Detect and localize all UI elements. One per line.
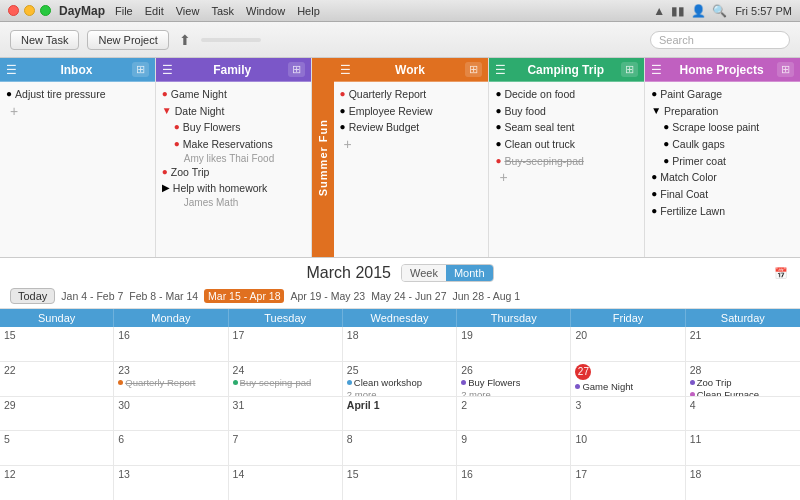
- cal-cell-7[interactable]: 7: [229, 431, 343, 465]
- cal-cell-24[interactable]: 24 Buy-seeping-pad: [229, 362, 343, 396]
- date-range-4[interactable]: Apr 19 - May 23: [290, 290, 365, 302]
- task-sleeping-pad[interactable]: ● Buy-seeping-pad: [495, 153, 638, 170]
- cal-cell-27-today[interactable]: 27 Game Night: [571, 362, 685, 396]
- date-range-3[interactable]: Mar 15 - Apr 18: [204, 289, 284, 303]
- more-events[interactable]: 2 more...: [461, 389, 566, 396]
- cal-cell-april1[interactable]: April 1: [343, 397, 457, 431]
- month-view-button[interactable]: Month: [446, 265, 493, 281]
- task-final-coat[interactable]: ● Final Coat: [651, 186, 794, 203]
- date-range-5[interactable]: May 24 - Jun 27: [371, 290, 446, 302]
- task-employee-review[interactable]: ● Employee Review: [340, 103, 483, 120]
- task-review-budget[interactable]: ● Review Budget: [340, 119, 483, 136]
- task-zoo-trip[interactable]: ● Zoo Trip: [162, 164, 305, 181]
- cal-cell-16b[interactable]: 16: [457, 466, 571, 500]
- cal-cell-9[interactable]: 9: [457, 431, 571, 465]
- today-button[interactable]: Today: [10, 288, 55, 304]
- maximize-button[interactable]: [40, 5, 51, 16]
- cal-cell-2[interactable]: 2: [457, 397, 571, 431]
- minimize-button[interactable]: [24, 5, 35, 16]
- event-clean-workshop[interactable]: Clean workshop: [347, 377, 452, 388]
- hamburger-icon[interactable]: ☰: [340, 63, 351, 77]
- task-help-homework[interactable]: ▶ Help with homework: [162, 180, 305, 197]
- cal-cell-26[interactable]: 26 Buy Flowers 2 more...: [457, 362, 571, 396]
- cal-cell-15a[interactable]: 15: [0, 327, 114, 361]
- menu-file[interactable]: File: [115, 5, 133, 17]
- cal-cell-6[interactable]: 6: [114, 431, 228, 465]
- task-primer[interactable]: ● Primer coat: [651, 153, 794, 170]
- hamburger-icon[interactable]: ☰: [6, 63, 17, 77]
- cal-cell-21[interactable]: 21: [686, 327, 800, 361]
- menu-help[interactable]: Help: [297, 5, 320, 17]
- cal-cell-29[interactable]: 29: [0, 397, 114, 431]
- task-paint-garage[interactable]: ● Paint Garage: [651, 86, 794, 103]
- date-range-1[interactable]: Jan 4 - Feb 7: [61, 290, 123, 302]
- menu-view[interactable]: View: [176, 5, 200, 17]
- cal-cell-11[interactable]: 11: [686, 431, 800, 465]
- calendar-icon[interactable]: 📅: [774, 267, 788, 280]
- menu-task[interactable]: Task: [211, 5, 234, 17]
- event-seeping[interactable]: Buy-seeping-pad: [233, 377, 338, 388]
- task-quarterly[interactable]: ● Quarterly Report: [340, 86, 483, 103]
- cal-cell-3[interactable]: 3: [571, 397, 685, 431]
- cal-cell-17[interactable]: 17: [229, 327, 343, 361]
- more-events[interactable]: 2 more...: [347, 389, 452, 396]
- task-adjust-tire[interactable]: ● Adjust tire pressure: [6, 86, 149, 103]
- panel-inbox-expand[interactable]: ⊞: [132, 62, 149, 77]
- task-match-color[interactable]: ● Match Color: [651, 169, 794, 186]
- cal-cell-4[interactable]: 4: [686, 397, 800, 431]
- event-clean-furnace[interactable]: Clean Furnace: [690, 389, 796, 396]
- task-game-night[interactable]: ● Game Night: [162, 86, 305, 103]
- task-decide-food[interactable]: ● Decide on food: [495, 86, 638, 103]
- cal-cell-28[interactable]: 28 Zoo Trip Clean Furnace: [686, 362, 800, 396]
- task-make-reservations[interactable]: ● Make Reservations: [162, 136, 305, 153]
- menu-window[interactable]: Window: [246, 5, 285, 17]
- event-buy-flowers[interactable]: Buy Flowers: [461, 377, 566, 388]
- cal-cell-8[interactable]: 8: [343, 431, 457, 465]
- close-button[interactable]: [8, 5, 19, 16]
- cal-cell-20[interactable]: 20: [571, 327, 685, 361]
- cal-cell-15b[interactable]: 15: [343, 466, 457, 500]
- cal-cell-5[interactable]: 5: [0, 431, 114, 465]
- task-caulk[interactable]: ● Caulk gaps: [651, 136, 794, 153]
- panel-family-expand[interactable]: ⊞: [288, 62, 305, 77]
- cal-cell-12[interactable]: 12: [0, 466, 114, 500]
- cal-cell-16[interactable]: 16: [114, 327, 228, 361]
- cal-cell-30[interactable]: 30: [114, 397, 228, 431]
- upload-icon[interactable]: ⬆: [177, 30, 193, 50]
- new-project-button[interactable]: New Project: [87, 30, 168, 50]
- cal-cell-25[interactable]: 25 Clean workshop 2 more...: [343, 362, 457, 396]
- event-game-night[interactable]: Game Night: [575, 381, 680, 392]
- task-seam-seal[interactable]: ● Seam seal tent: [495, 119, 638, 136]
- cal-cell-13[interactable]: 13: [114, 466, 228, 500]
- hamburger-icon[interactable]: ☰: [495, 63, 506, 77]
- new-task-button[interactable]: New Task: [10, 30, 79, 50]
- add-task-button[interactable]: +: [495, 169, 638, 185]
- date-range-6[interactable]: Jun 28 - Aug 1: [452, 290, 520, 302]
- cal-cell-17b[interactable]: 17: [571, 466, 685, 500]
- add-task-button[interactable]: +: [340, 136, 483, 152]
- task-fertilize[interactable]: ● Fertilize Lawn: [651, 203, 794, 220]
- task-preparation[interactable]: ▼ Preparation: [651, 103, 794, 120]
- cal-cell-10[interactable]: 10: [571, 431, 685, 465]
- week-view-button[interactable]: Week: [402, 265, 446, 281]
- task-scrape[interactable]: ● Scrape loose paint: [651, 119, 794, 136]
- menu-edit[interactable]: Edit: [145, 5, 164, 17]
- panel-work-expand[interactable]: ⊞: [465, 62, 482, 77]
- search-input[interactable]: Search: [650, 31, 790, 49]
- panel-camping-expand[interactable]: ⊞: [621, 62, 638, 77]
- task-clean-truck[interactable]: ● Clean out truck: [495, 136, 638, 153]
- task-buy-food[interactable]: ● Buy food: [495, 103, 638, 120]
- panel-home-expand[interactable]: ⊞: [777, 62, 794, 77]
- cal-cell-14[interactable]: 14: [229, 466, 343, 500]
- cal-cell-22[interactable]: 22: [0, 362, 114, 396]
- task-date-night[interactable]: ▼ Date Night: [162, 103, 305, 120]
- cal-cell-31[interactable]: 31: [229, 397, 343, 431]
- event-quarterly[interactable]: Quarterly Report: [118, 377, 223, 388]
- cal-cell-18b[interactable]: 18: [686, 466, 800, 500]
- search-icon[interactable]: 🔍: [712, 4, 727, 18]
- hamburger-icon[interactable]: ☰: [651, 63, 662, 77]
- cal-cell-23[interactable]: 23 Quarterly Report: [114, 362, 228, 396]
- hamburger-icon[interactable]: ☰: [162, 63, 173, 77]
- cal-cell-18[interactable]: 18: [343, 327, 457, 361]
- cal-cell-19[interactable]: 19: [457, 327, 571, 361]
